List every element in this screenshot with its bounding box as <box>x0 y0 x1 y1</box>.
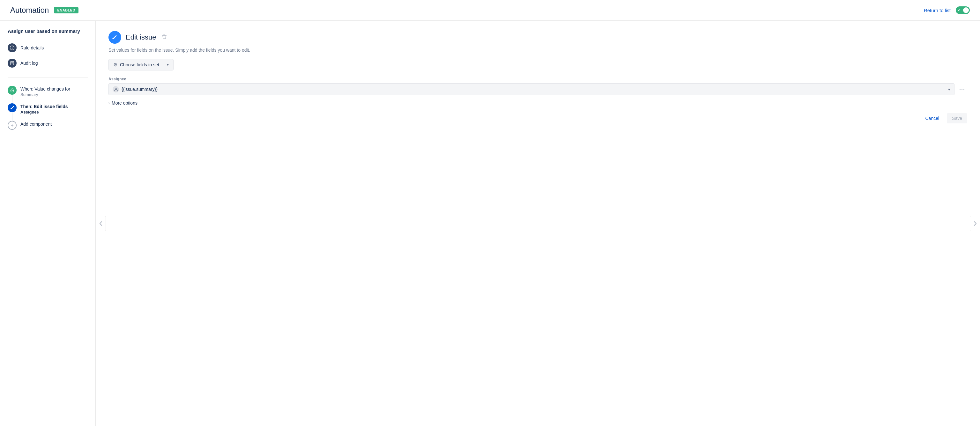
enabled-badge: ENABLED <box>54 7 78 13</box>
svg-point-2 <box>12 46 13 47</box>
header: Automation ENABLED Return to list ✓ <box>0 0 980 21</box>
body-wrapper: Assign user based on summary Rule detail… <box>0 21 980 426</box>
save-button[interactable]: Save <box>947 113 967 123</box>
main-content: Edit issue Set values for fields on the … <box>96 21 980 426</box>
page-wrapper: Automation ENABLED Return to list ✓ Assi… <box>0 0 980 426</box>
assignee-chevron-icon: ▾ <box>948 87 950 92</box>
assignee-field-label: Assignee <box>108 77 967 81</box>
page-title: Automation <box>10 6 49 15</box>
sidebar-item-rule-details[interactable]: Rule details <box>8 40 88 56</box>
more-options-label: More options <box>111 100 137 105</box>
action-buttons: Cancel Save <box>108 113 967 123</box>
choose-fields-label: Choose fields to set... <box>120 62 163 67</box>
svg-rect-10 <box>162 35 167 36</box>
add-component[interactable]: Add component <box>8 118 88 133</box>
then-label: Then: Edit issue fields <box>21 103 68 109</box>
sidebar: Assign user based on summary Rule detail… <box>0 21 96 426</box>
sidebar-nav: Rule details Audit log <box>8 40 88 71</box>
rule-name: Assign user based on summary <box>8 29 88 34</box>
gear-icon: ⚙ <box>113 62 118 68</box>
assignee-more-button[interactable]: ··· <box>957 84 967 94</box>
when-component-text: When: Value changes for Summary <box>21 86 70 97</box>
header-right: Return to list ✓ <box>924 6 970 14</box>
svg-rect-11 <box>163 35 165 35</box>
edit-issue-title: Edit issue <box>126 33 156 41</box>
when-label: When: Value changes for <box>21 86 70 92</box>
audit-log-label: Audit log <box>21 60 38 66</box>
svg-rect-1 <box>12 48 12 49</box>
delete-icon[interactable] <box>162 34 167 40</box>
return-to-list-link[interactable]: Return to list <box>924 8 951 13</box>
when-icon <box>8 86 17 95</box>
add-component-label: Add component <box>21 121 52 127</box>
sidebar-item-audit-log[interactable]: Audit log <box>8 56 88 71</box>
assignee-avatar-icon <box>113 86 119 92</box>
edit-issue-description: Set values for fields on the issue. Simp… <box>108 48 967 52</box>
rule-details-label: Rule details <box>21 45 44 50</box>
when-component[interactable]: When: Value changes for Summary <box>8 83 88 100</box>
assignee-field-row: {{issue.summary}} ▾ ··· <box>108 83 967 95</box>
cancel-button[interactable]: Cancel <box>921 113 943 123</box>
svg-point-12 <box>115 88 117 90</box>
sidebar-divider <box>8 77 88 78</box>
edit-issue-header: Edit issue <box>108 31 967 44</box>
automation-toggle[interactable]: ✓ <box>956 6 970 14</box>
more-options-chevron-icon: › <box>108 101 110 105</box>
header-left: Automation ENABLED <box>10 6 78 15</box>
svg-point-7 <box>12 90 13 91</box>
when-sublabel: Summary <box>21 92 70 97</box>
toggle-track: ✓ <box>956 6 970 14</box>
audit-log-icon <box>8 59 17 68</box>
edit-issue-icon <box>108 31 121 44</box>
chevron-down-icon: ▾ <box>167 62 169 67</box>
toggle-check-icon: ✓ <box>958 8 961 13</box>
rule-details-icon <box>8 43 17 52</box>
then-sublabel: Assignee <box>21 110 68 114</box>
choose-fields-button[interactable]: ⚙ Choose fields to set... ▾ <box>108 59 173 70</box>
assignee-select-value: {{issue.summary}} <box>121 87 945 92</box>
then-component[interactable]: Then: Edit issue fields Assignee <box>8 100 88 118</box>
toggle-thumb <box>963 7 969 13</box>
add-component-icon <box>8 121 17 130</box>
then-component-text: Then: Edit issue fields Assignee <box>21 103 68 114</box>
right-arrow-button[interactable] <box>970 216 980 231</box>
main-inner: Edit issue Set values for fields on the … <box>96 21 980 426</box>
then-icon <box>8 103 17 112</box>
more-options-row[interactable]: › More options <box>108 100 967 105</box>
assignee-select[interactable]: {{issue.summary}} ▾ <box>108 83 955 95</box>
